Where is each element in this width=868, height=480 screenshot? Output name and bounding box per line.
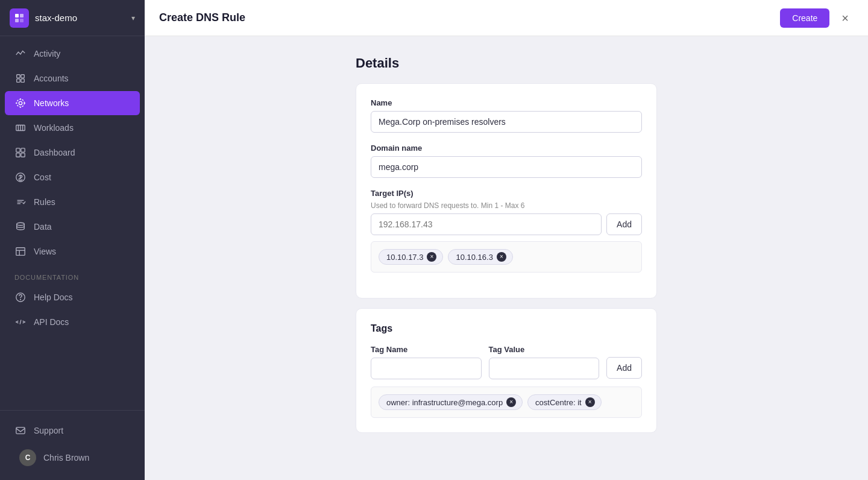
target-ips-input-row: Add [371,213,642,235]
sidebar-item-data[interactable]: Data [5,215,140,239]
accounts-icon [14,72,27,84]
avatar: C [19,449,36,466]
remove-tag-0-button[interactable]: × [506,397,516,407]
create-button[interactable]: Create [780,8,829,28]
workloads-icon [14,122,27,134]
sidebar-nav: Activity Accounts [0,36,145,410]
support-icon [14,425,27,437]
header-actions: Create × [780,8,854,28]
page-title: Create DNS Rule [159,11,245,24]
svg-rect-3 [20,19,24,22]
svg-point-9 [17,99,25,107]
sidebar-item-activity[interactable]: Activity [5,42,140,66]
tag-value-group: Tag Value [489,345,600,379]
api-icon [14,316,27,328]
svg-point-23 [17,223,25,226]
main-content: Create DNS Rule Create × Details Name Do… [145,0,868,480]
sidebar-item-accounts[interactable]: Accounts [5,66,140,90]
help-icon [14,291,27,303]
rules-icon [14,196,27,208]
svg-rect-24 [16,248,25,256]
remove-ip-0-button[interactable]: × [427,252,436,262]
sidebar-item-rules[interactable]: Rules [5,190,140,214]
documentation-section-label: DOCUMENTATION [0,264,145,285]
name-input[interactable] [371,111,642,133]
close-button[interactable]: × [837,10,854,27]
name-group: Name [371,98,642,133]
svg-rect-6 [17,79,20,82]
header: Create DNS Rule Create × [145,0,868,36]
svg-rect-20 [16,153,20,157]
cost-icon [14,171,27,183]
domain-name-group: Domain name [371,144,642,178]
sidebar-item-support[interactable]: Support [5,418,140,443]
tags-section-title-group: Tags [371,323,642,334]
sidebar-item-views[interactable]: Views [5,239,140,264]
data-icon [14,221,27,233]
svg-rect-21 [21,153,25,157]
add-tag-button[interactable]: Add [606,357,642,379]
domain-name-label: Domain name [371,144,642,153]
sidebar-item-networks[interactable]: Networks [5,91,140,115]
svg-rect-30 [16,428,25,434]
add-ip-button[interactable]: Add [606,213,642,235]
ip-tag: 10.10.16.3 × [448,249,512,265]
sidebar-item-cost[interactable]: Cost [5,165,140,189]
sidebar-item-dashboard[interactable]: Dashboard [5,141,140,165]
target-ips-group: Target IP(s) Used to forward DNS request… [371,189,642,273]
tags-card: Tags Tag Name Tag Value Add [356,308,657,433]
user-name: Chris Brown [43,453,89,463]
section-title: Details [356,55,657,71]
views-icon [14,245,27,257]
svg-point-8 [19,101,22,104]
app-logo [10,8,29,28]
target-ip-input[interactable] [371,213,602,235]
target-ips-hint: Used to forward DNS requests to. Min 1 -… [371,201,642,210]
tag-badge: owner: infrastructure@mega.corp × [379,394,523,410]
target-ips-label: Target IP(s) [371,189,642,198]
tag-badge: costCentre: it × [527,394,602,410]
tag-value-input[interactable] [489,358,600,379]
svg-rect-7 [21,79,24,82]
details-card: Name Domain name Target IP(s) Used to fo… [356,83,657,298]
tag-name-label: Tag Name [371,345,482,354]
svg-line-29 [20,320,21,324]
user-profile[interactable]: C Chris Brown [10,443,135,472]
sidebar-header[interactable]: stax-demo ▾ [0,0,145,36]
sidebar-footer: Support C Chris Brown [0,410,145,480]
form-container: Details Name Domain name Target IP(s) Us… [356,55,657,461]
domain-name-input[interactable] [371,156,642,178]
tags-section-title: Tags [371,323,642,334]
sidebar: stax-demo ▾ Activity Accounts [0,0,145,480]
dashboard-icon [14,147,27,159]
svg-rect-18 [16,148,20,152]
svg-rect-2 [15,19,19,22]
tag-value-label: Tag Value [489,345,600,354]
content-area: Details Name Domain name Target IP(s) Us… [145,36,868,480]
svg-rect-19 [21,148,25,152]
tag-fields-row: Tag Name Tag Value Add [371,345,642,379]
svg-rect-1 [20,14,24,17]
chevron-down-icon: ▾ [131,14,135,22]
networks-icon [14,97,27,109]
sidebar-item-workloads[interactable]: Workloads [5,116,140,140]
remove-tag-1-button[interactable]: × [585,397,595,407]
svg-rect-5 [21,75,24,78]
remove-ip-1-button[interactable]: × [497,252,506,262]
ip-tag: 10.10.17.3 × [379,249,443,265]
app-name: stax-demo [35,13,125,23]
activity-icon [14,48,27,60]
ip-tags-container: 10.10.17.3 × 10.10.16.3 × [371,241,642,273]
name-label: Name [371,98,642,107]
tag-name-input[interactable] [371,358,482,379]
svg-rect-4 [17,75,20,78]
svg-point-28 [20,299,21,300]
svg-rect-0 [15,14,19,17]
sidebar-item-help-docs[interactable]: Help Docs [5,285,140,309]
sidebar-item-api-docs[interactable]: API Docs [5,310,140,334]
tag-name-group: Tag Name [371,345,482,379]
tags-container: owner: infrastructure@mega.corp × costCe… [371,387,642,418]
